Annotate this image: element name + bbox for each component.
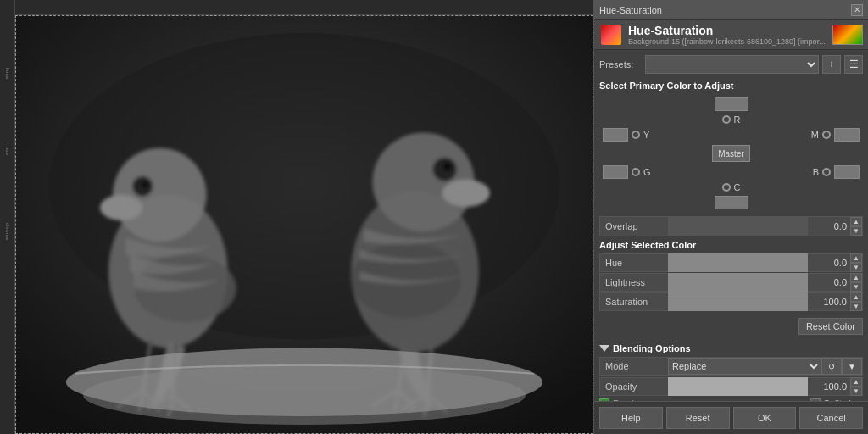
cancel-button[interactable]: Cancel [799,407,863,429]
c-label: C [734,182,741,192]
overlap-label: Overlap [600,220,668,233]
dialog-subtitle: Background-15 ([rainbow-lorikeets-686100… [628,37,826,46]
mode-label: Mode [600,361,668,371]
overlap-increment[interactable]: ▲ [850,217,862,226]
m-right-swatch [834,128,860,142]
hue-decrement[interactable]: ▼ [850,263,862,272]
opacity-value: 100.0 [808,381,850,392]
ruler-label-luma: luma [5,68,10,79]
help-button[interactable]: Help [599,407,663,429]
lightness-label: Lightness [600,277,668,287]
b-label: B [813,167,819,177]
dialog-thumbnail [832,25,863,45]
mode-row: Mode Replace ↺ ▼ [599,357,863,376]
right-panel: Hue-Saturation ✕ Hue-Saturation Backgrou… [593,0,868,434]
blending-label: Blending Options [613,343,691,353]
svg-point-19 [83,365,526,425]
gb-row: G B [599,165,863,179]
m-label: M [811,130,819,140]
overlap-row: Overlap 0.0 ▲ ▼ [599,216,863,236]
lightness-value: 0.0 [808,277,850,287]
opacity-slider[interactable] [668,377,808,396]
close-button[interactable]: ✕ [851,4,863,16]
overlap-slider[interactable] [668,217,808,236]
hue-increment[interactable]: ▲ [850,253,862,263]
mode-reset-button[interactable]: ↺ [821,358,842,375]
saturation-label: Saturation [600,297,668,307]
y-label: Y [643,130,649,140]
canvas-area: luma hue chroma [0,0,593,434]
lightness-increment[interactable]: ▲ [850,273,862,282]
y-left-swatch [603,128,628,142]
saturation-value: -100.0 [808,297,850,307]
opacity-spinner: ▲ ▼ [850,377,862,396]
blending-header: Blending Options [599,343,863,353]
ok-button[interactable]: OK [733,407,797,429]
primary-color-label: Select Primary Color to Adjust [599,81,863,91]
presets-menu-button[interactable]: ☰ [844,55,863,74]
r-label: R [734,114,741,125]
opacity-row: Opacity 100.0 ▲ ▼ [599,377,863,396]
overlap-value: 0.0 [808,220,850,233]
bottom-buttons: Help Reset OK Cancel [594,401,868,434]
opacity-label: Opacity [600,381,668,392]
r-radio[interactable] [722,115,731,124]
c-row: C [599,182,863,192]
hue-slider[interactable] [668,253,808,272]
dialog-icon [601,25,621,45]
svg-point-3 [113,148,206,242]
lightness-slider[interactable] [668,273,808,292]
dialog-header: Hue-Saturation Background-15 ([rainbow-l… [594,20,868,50]
lightness-decrement[interactable]: ▼ [850,282,862,292]
g-left-swatch [603,165,628,179]
b-radio[interactable] [822,168,831,176]
svg-point-6 [142,181,148,188]
saturation-decrement[interactable]: ▼ [850,302,862,311]
panel-body: Presets: + ☰ Select Primary Color to Adj… [594,50,868,401]
hue-spinner: ▲ ▼ [850,253,862,272]
reset-color-button[interactable]: Reset Color [798,318,863,335]
top-ruler [15,0,593,15]
svg-point-14 [443,163,452,171]
lightness-row: Lightness 0.0 ▲ ▼ [599,273,863,292]
presets-dropdown[interactable] [645,55,819,74]
color-picker-area: R Y M Master [599,97,863,209]
g-label: G [643,167,651,177]
hue-value: 0.0 [808,258,850,268]
adjust-label: Adjust Selected Color [599,240,863,250]
reset-button[interactable]: Reset [666,407,730,429]
presets-label: Presets: [599,59,642,70]
parrot-image [16,16,593,433]
saturation-spinner: ▲ ▼ [850,292,862,311]
saturation-row: Saturation -100.0 ▲ ▼ [599,292,863,311]
opacity-increment[interactable]: ▲ [850,377,862,387]
y-radio[interactable] [632,131,640,139]
mode-select[interactable]: Replace [668,358,821,375]
b-right-swatch [834,165,860,179]
window-title: Hue-Saturation [599,5,662,15]
master-button[interactable]: Master [712,145,750,162]
m-radio[interactable] [822,131,831,139]
presets-row: Presets: + ☰ [599,55,863,74]
overlap-decrement[interactable]: ▼ [850,226,862,236]
saturation-slider[interactable] [668,292,808,311]
hue-row: Hue 0.0 ▲ ▼ [599,253,863,272]
image-canvas[interactable] [15,15,593,434]
dialog-title: Hue-Saturation [628,24,826,37]
presets-add-button[interactable]: + [822,55,841,74]
opacity-decrement[interactable]: ▼ [850,387,862,396]
c-radio[interactable] [722,183,731,192]
hue-label: Hue [600,258,668,268]
svg-point-4 [100,195,142,220]
overlap-spinner: ▲ ▼ [850,217,862,236]
saturation-increment[interactable]: ▲ [850,292,862,302]
r-row: R [599,114,863,125]
top-swatch [715,97,748,111]
left-ruler: luma hue chroma [0,0,15,434]
mode-menu-button[interactable]: ▼ [842,358,862,375]
g-radio[interactable] [632,168,640,176]
lightness-spinner: ▲ ▼ [850,273,862,292]
ruler-label-hue: hue [5,147,10,155]
svg-point-12 [442,180,490,207]
blending-toggle-icon[interactable] [599,345,609,352]
